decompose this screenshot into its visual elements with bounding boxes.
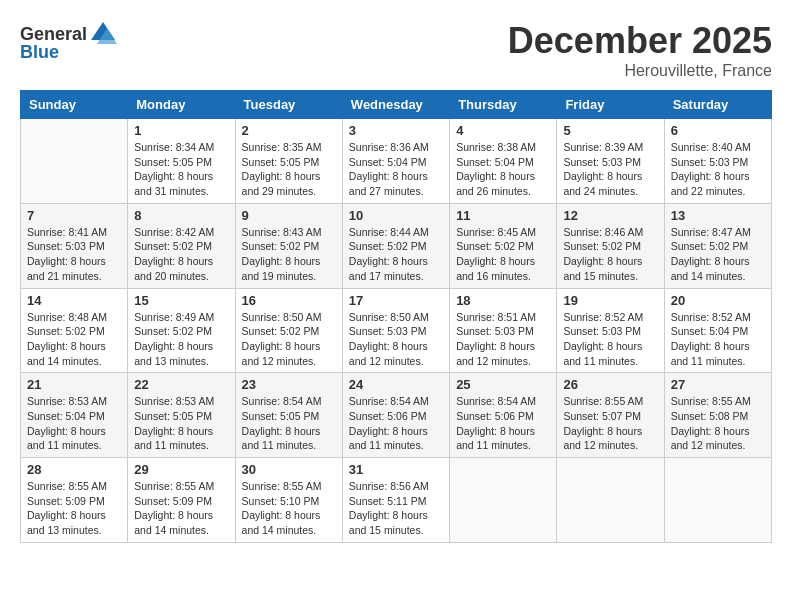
calendar-cell: 23Sunrise: 8:54 AM Sunset: 5:05 PM Dayli… xyxy=(235,373,342,458)
calendar-cell: 16Sunrise: 8:50 AM Sunset: 5:02 PM Dayli… xyxy=(235,288,342,373)
day-number: 26 xyxy=(563,377,657,392)
calendar-cell: 12Sunrise: 8:46 AM Sunset: 5:02 PM Dayli… xyxy=(557,203,664,288)
calendar-cell: 26Sunrise: 8:55 AM Sunset: 5:07 PM Dayli… xyxy=(557,373,664,458)
day-info: Sunrise: 8:50 AM Sunset: 5:02 PM Dayligh… xyxy=(242,310,336,369)
day-number: 9 xyxy=(242,208,336,223)
day-number: 20 xyxy=(671,293,765,308)
day-number: 31 xyxy=(349,462,443,477)
calendar-week-row: 14Sunrise: 8:48 AM Sunset: 5:02 PM Dayli… xyxy=(21,288,772,373)
day-number: 24 xyxy=(349,377,443,392)
calendar-week-row: 21Sunrise: 8:53 AM Sunset: 5:04 PM Dayli… xyxy=(21,373,772,458)
day-info: Sunrise: 8:43 AM Sunset: 5:02 PM Dayligh… xyxy=(242,225,336,284)
calendar-header-row: SundayMondayTuesdayWednesdayThursdayFrid… xyxy=(21,91,772,119)
day-number: 23 xyxy=(242,377,336,392)
column-header-sunday: Sunday xyxy=(21,91,128,119)
calendar-cell: 15Sunrise: 8:49 AM Sunset: 5:02 PM Dayli… xyxy=(128,288,235,373)
day-number: 28 xyxy=(27,462,121,477)
day-info: Sunrise: 8:45 AM Sunset: 5:02 PM Dayligh… xyxy=(456,225,550,284)
calendar-cell: 21Sunrise: 8:53 AM Sunset: 5:04 PM Dayli… xyxy=(21,373,128,458)
calendar-cell: 25Sunrise: 8:54 AM Sunset: 5:06 PM Dayli… xyxy=(450,373,557,458)
calendar-cell: 29Sunrise: 8:55 AM Sunset: 5:09 PM Dayli… xyxy=(128,458,235,543)
calendar-cell: 14Sunrise: 8:48 AM Sunset: 5:02 PM Dayli… xyxy=(21,288,128,373)
calendar-cell: 27Sunrise: 8:55 AM Sunset: 5:08 PM Dayli… xyxy=(664,373,771,458)
day-info: Sunrise: 8:50 AM Sunset: 5:03 PM Dayligh… xyxy=(349,310,443,369)
day-info: Sunrise: 8:55 AM Sunset: 5:10 PM Dayligh… xyxy=(242,479,336,538)
location-subtitle: Herouvillette, France xyxy=(508,62,772,80)
day-info: Sunrise: 8:54 AM Sunset: 5:06 PM Dayligh… xyxy=(349,394,443,453)
day-info: Sunrise: 8:48 AM Sunset: 5:02 PM Dayligh… xyxy=(27,310,121,369)
column-header-tuesday: Tuesday xyxy=(235,91,342,119)
calendar-cell: 13Sunrise: 8:47 AM Sunset: 5:02 PM Dayli… xyxy=(664,203,771,288)
day-info: Sunrise: 8:56 AM Sunset: 5:11 PM Dayligh… xyxy=(349,479,443,538)
day-number: 19 xyxy=(563,293,657,308)
logo-icon xyxy=(89,20,117,48)
calendar-cell: 3Sunrise: 8:36 AM Sunset: 5:04 PM Daylig… xyxy=(342,119,449,204)
calendar-cell: 31Sunrise: 8:56 AM Sunset: 5:11 PM Dayli… xyxy=(342,458,449,543)
calendar-cell: 8Sunrise: 8:42 AM Sunset: 5:02 PM Daylig… xyxy=(128,203,235,288)
day-info: Sunrise: 8:36 AM Sunset: 5:04 PM Dayligh… xyxy=(349,140,443,199)
calendar-cell xyxy=(450,458,557,543)
page-header: General Blue December 2025 Herouvillette… xyxy=(20,20,772,80)
calendar-cell: 30Sunrise: 8:55 AM Sunset: 5:10 PM Dayli… xyxy=(235,458,342,543)
day-info: Sunrise: 8:44 AM Sunset: 5:02 PM Dayligh… xyxy=(349,225,443,284)
column-header-saturday: Saturday xyxy=(664,91,771,119)
calendar-week-row: 1Sunrise: 8:34 AM Sunset: 5:05 PM Daylig… xyxy=(21,119,772,204)
day-info: Sunrise: 8:35 AM Sunset: 5:05 PM Dayligh… xyxy=(242,140,336,199)
day-number: 14 xyxy=(27,293,121,308)
day-number: 7 xyxy=(27,208,121,223)
day-info: Sunrise: 8:52 AM Sunset: 5:04 PM Dayligh… xyxy=(671,310,765,369)
day-info: Sunrise: 8:34 AM Sunset: 5:05 PM Dayligh… xyxy=(134,140,228,199)
calendar-cell: 20Sunrise: 8:52 AM Sunset: 5:04 PM Dayli… xyxy=(664,288,771,373)
day-number: 3 xyxy=(349,123,443,138)
title-block: December 2025 Herouvillette, France xyxy=(508,20,772,80)
logo-blue: Blue xyxy=(20,42,59,63)
month-title: December 2025 xyxy=(508,20,772,62)
calendar-cell: 28Sunrise: 8:55 AM Sunset: 5:09 PM Dayli… xyxy=(21,458,128,543)
day-info: Sunrise: 8:52 AM Sunset: 5:03 PM Dayligh… xyxy=(563,310,657,369)
day-info: Sunrise: 8:42 AM Sunset: 5:02 PM Dayligh… xyxy=(134,225,228,284)
calendar-cell: 24Sunrise: 8:54 AM Sunset: 5:06 PM Dayli… xyxy=(342,373,449,458)
day-number: 11 xyxy=(456,208,550,223)
day-info: Sunrise: 8:53 AM Sunset: 5:05 PM Dayligh… xyxy=(134,394,228,453)
column-header-wednesday: Wednesday xyxy=(342,91,449,119)
day-number: 10 xyxy=(349,208,443,223)
day-number: 30 xyxy=(242,462,336,477)
day-info: Sunrise: 8:51 AM Sunset: 5:03 PM Dayligh… xyxy=(456,310,550,369)
calendar-cell: 4Sunrise: 8:38 AM Sunset: 5:04 PM Daylig… xyxy=(450,119,557,204)
day-number: 17 xyxy=(349,293,443,308)
day-number: 21 xyxy=(27,377,121,392)
day-number: 15 xyxy=(134,293,228,308)
day-number: 16 xyxy=(242,293,336,308)
day-number: 6 xyxy=(671,123,765,138)
calendar-table: SundayMondayTuesdayWednesdayThursdayFrid… xyxy=(20,90,772,543)
day-number: 13 xyxy=(671,208,765,223)
calendar-cell: 22Sunrise: 8:53 AM Sunset: 5:05 PM Dayli… xyxy=(128,373,235,458)
day-info: Sunrise: 8:38 AM Sunset: 5:04 PM Dayligh… xyxy=(456,140,550,199)
day-info: Sunrise: 8:55 AM Sunset: 5:09 PM Dayligh… xyxy=(27,479,121,538)
calendar-cell: 19Sunrise: 8:52 AM Sunset: 5:03 PM Dayli… xyxy=(557,288,664,373)
calendar-cell: 17Sunrise: 8:50 AM Sunset: 5:03 PM Dayli… xyxy=(342,288,449,373)
day-info: Sunrise: 8:55 AM Sunset: 5:07 PM Dayligh… xyxy=(563,394,657,453)
calendar-cell: 18Sunrise: 8:51 AM Sunset: 5:03 PM Dayli… xyxy=(450,288,557,373)
day-number: 12 xyxy=(563,208,657,223)
day-number: 5 xyxy=(563,123,657,138)
day-number: 22 xyxy=(134,377,228,392)
calendar-cell: 10Sunrise: 8:44 AM Sunset: 5:02 PM Dayli… xyxy=(342,203,449,288)
column-header-friday: Friday xyxy=(557,91,664,119)
day-info: Sunrise: 8:53 AM Sunset: 5:04 PM Dayligh… xyxy=(27,394,121,453)
day-info: Sunrise: 8:55 AM Sunset: 5:08 PM Dayligh… xyxy=(671,394,765,453)
column-header-monday: Monday xyxy=(128,91,235,119)
day-info: Sunrise: 8:49 AM Sunset: 5:02 PM Dayligh… xyxy=(134,310,228,369)
day-number: 25 xyxy=(456,377,550,392)
calendar-cell: 1Sunrise: 8:34 AM Sunset: 5:05 PM Daylig… xyxy=(128,119,235,204)
column-header-thursday: Thursday xyxy=(450,91,557,119)
calendar-cell: 9Sunrise: 8:43 AM Sunset: 5:02 PM Daylig… xyxy=(235,203,342,288)
calendar-week-row: 7Sunrise: 8:41 AM Sunset: 5:03 PM Daylig… xyxy=(21,203,772,288)
calendar-cell: 11Sunrise: 8:45 AM Sunset: 5:02 PM Dayli… xyxy=(450,203,557,288)
day-info: Sunrise: 8:54 AM Sunset: 5:05 PM Dayligh… xyxy=(242,394,336,453)
calendar-cell: 2Sunrise: 8:35 AM Sunset: 5:05 PM Daylig… xyxy=(235,119,342,204)
day-number: 29 xyxy=(134,462,228,477)
calendar-cell xyxy=(664,458,771,543)
day-info: Sunrise: 8:41 AM Sunset: 5:03 PM Dayligh… xyxy=(27,225,121,284)
day-number: 2 xyxy=(242,123,336,138)
